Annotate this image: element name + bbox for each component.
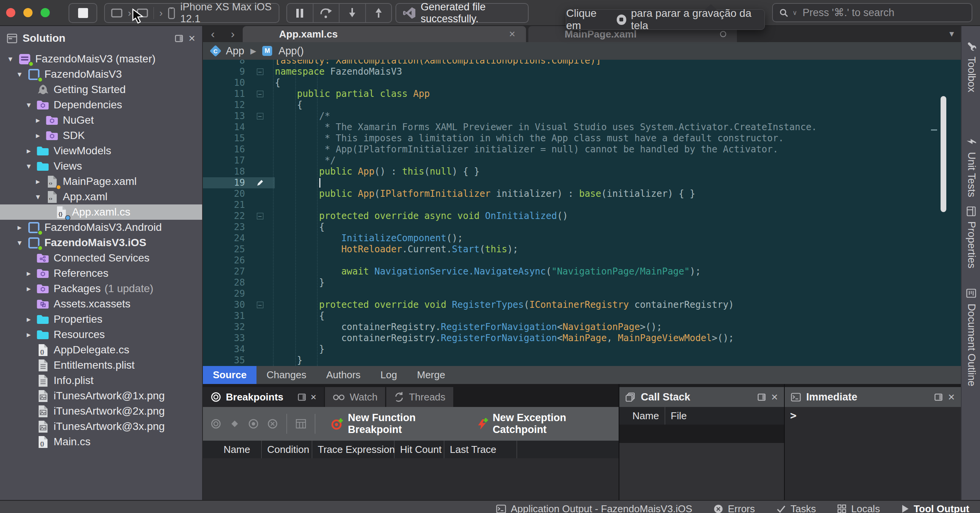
chevron-right-icon[interactable]: ▸ — [22, 315, 35, 324]
tree-item-resources[interactable]: ▸Resources — [0, 327, 202, 342]
line-number[interactable]: 24 — [203, 233, 245, 244]
immediate-prompt[interactable]: > — [785, 407, 961, 422]
view-tab-source[interactable]: Source — [203, 366, 256, 384]
grid-icon[interactable] — [296, 419, 306, 429]
line-number[interactable]: 10 — [203, 77, 245, 88]
line-number[interactable]: 25 — [203, 244, 245, 255]
stop-debug-button[interactable] — [69, 3, 97, 23]
line-number[interactable]: 9 — [203, 66, 245, 77]
status-item-tool-output[interactable]: Tool Output — [902, 503, 969, 513]
tree-item-appdelegate-cs[interactable]: {}AppDelegate.cs — [0, 342, 202, 358]
pad-tab-unit-tests[interactable]: Unit Tests — [962, 136, 980, 197]
line-number[interactable]: 31 — [203, 310, 245, 322]
chevron-right-icon[interactable]: ▸ — [31, 116, 44, 125]
diamond-icon[interactable] — [230, 419, 240, 429]
immediate-body[interactable]: > — [785, 407, 961, 500]
tree-item-mainpage-xaml[interactable]: ▸‹›MainPage.xaml — [0, 174, 202, 189]
line-number[interactable]: 21 — [203, 199, 245, 211]
tree-item-connected-services[interactable]: Connected Services — [0, 250, 202, 266]
line-number[interactable]: 18 — [203, 166, 245, 177]
pad-tab-breakpoints[interactable]: Breakpoints× — [203, 387, 324, 407]
view-tab-merge[interactable]: Merge — [407, 366, 455, 384]
tree-item-main-cs[interactable]: {}Main.cs — [0, 434, 202, 449]
pad-tab-document-outline[interactable]: Document Outline — [962, 288, 980, 386]
close-icon[interactable]: × — [948, 390, 955, 404]
fold-marker-icon[interactable]: – — [245, 88, 275, 100]
tree-item-itunesartwork-3x-png[interactable]: iTunesArtwork@3x.png — [0, 419, 202, 434]
chevron-right-icon[interactable]: ▸ — [31, 131, 44, 140]
cross-circle-icon[interactable] — [267, 418, 278, 429]
tree-item-app-xaml[interactable]: ▾‹›App.xaml — [0, 189, 202, 204]
tree-item-itunesartwork-2x-png[interactable]: iTunesArtwork@2x.png — [0, 404, 202, 419]
chevron-down-icon[interactable]: ▾ — [13, 70, 26, 79]
device-selector[interactable]: › › iPhone XS Max iOS 12.1 — [104, 3, 279, 23]
code-editor[interactable]: 8[assembly: XamlCompilation(XamlCompilat… — [203, 60, 961, 366]
dock-icon[interactable] — [298, 394, 306, 401]
tab-overflow-icon[interactable]: ▾ — [949, 28, 954, 39]
new-exception-catchpoint-button[interactable]: New Exception Catchpoint — [476, 412, 611, 436]
breadcrumb-item[interactable]: App — [226, 45, 244, 57]
tree-item-app-xaml-cs[interactable]: {}App.xaml.cs — [0, 204, 202, 220]
line-number[interactable]: 16 — [203, 144, 245, 155]
chevron-right-icon[interactable]: ▸ — [13, 223, 26, 232]
column-header-last-trace[interactable]: Last Trace — [444, 441, 517, 458]
line-number[interactable]: 33 — [203, 333, 245, 344]
close-window-button[interactable] — [6, 8, 15, 17]
pause-button[interactable] — [287, 4, 313, 22]
line-number[interactable]: 13 — [203, 111, 245, 122]
chevron-down-icon[interactable]: ▾ — [13, 238, 26, 247]
column-header-hit-count[interactable]: Hit Count — [395, 441, 444, 458]
dock-icon[interactable] — [758, 394, 766, 401]
chevron-right-icon[interactable]: ▸ — [22, 284, 35, 293]
line-number[interactable]: 15 — [203, 133, 245, 144]
view-tab-authors[interactable]: Authors — [316, 366, 371, 384]
close-tab-icon[interactable]: × — [509, 28, 515, 40]
breadcrumb-item[interactable]: App() — [278, 45, 304, 57]
line-number[interactable]: 20 — [203, 188, 245, 199]
view-tab-changes[interactable]: Changes — [256, 366, 316, 384]
tree-item-fazendomaisv3-android[interactable]: ▸FazendoMaisV3.Android — [0, 220, 202, 235]
column-header-condition[interactable]: Condition — [262, 441, 312, 458]
tree-item-sdk[interactable]: ▸SDK — [0, 128, 202, 143]
chevron-down-icon[interactable]: ▾ — [4, 54, 17, 64]
chevron-down-icon[interactable]: ▾ — [22, 100, 35, 109]
line-number[interactable]: 14 — [203, 122, 245, 133]
minimize-window-button[interactable] — [23, 8, 33, 17]
close-icon[interactable]: × — [188, 32, 195, 45]
column-header-name[interactable]: Name — [218, 441, 262, 458]
breakpoints-table-body[interactable] — [203, 458, 619, 500]
tree-item-nuget[interactable]: ▸NuGet — [0, 113, 202, 128]
chevron-right-icon[interactable]: ▸ — [22, 146, 35, 155]
nav-back-button[interactable]: ‹ — [203, 26, 223, 42]
zoom-window-button[interactable] — [41, 8, 50, 17]
line-number[interactable]: 29 — [203, 288, 245, 299]
step-into-button[interactable] — [339, 4, 365, 22]
line-number[interactable]: 23 — [203, 222, 245, 233]
tree-item-properties[interactable]: ▸Properties — [0, 312, 202, 327]
fold-marker-icon[interactable]: – — [245, 66, 275, 77]
target-icon[interactable] — [211, 418, 221, 429]
step-over-button[interactable] — [313, 4, 339, 22]
line-number[interactable]: 22 — [203, 211, 245, 222]
tree-item-viewmodels[interactable]: ▸ViewModels — [0, 143, 202, 158]
line-number[interactable]: 32 — [203, 322, 245, 333]
call-stack-body[interactable] — [619, 443, 784, 500]
step-out-button[interactable] — [365, 4, 392, 22]
dock-icon[interactable] — [934, 394, 942, 401]
status-item-errors[interactable]: Errors — [714, 503, 755, 513]
tree-item-itunesartwork-1x-png[interactable]: iTunesArtwork@1x.png — [0, 388, 202, 404]
editor-tab-app-xaml-cs[interactable]: App.xaml.cs× — [243, 26, 526, 42]
column-header-name[interactable]: Name — [627, 407, 665, 425]
dock-icon[interactable] — [175, 35, 183, 42]
tree-item-views[interactable]: ▾Views — [0, 158, 202, 174]
chevron-right-icon[interactable]: ▸ — [22, 330, 35, 339]
pad-tab-watch[interactable]: Watch — [325, 387, 385, 407]
pad-tab-properties[interactable]: Properties — [962, 207, 980, 268]
column-header-file[interactable]: File — [665, 407, 765, 425]
tree-item-fazendomaisv3-ios[interactable]: ▾FazendoMaisV3.iOS — [0, 235, 202, 250]
editor-scrollbar[interactable] — [941, 96, 946, 212]
line-number[interactable]: 30 — [203, 299, 245, 310]
view-tab-log[interactable]: Log — [371, 366, 407, 384]
tree-item-entitlements-plist[interactable]: Entitlements.plist — [0, 358, 202, 373]
tree-item-references[interactable]: ▸References — [0, 266, 202, 281]
